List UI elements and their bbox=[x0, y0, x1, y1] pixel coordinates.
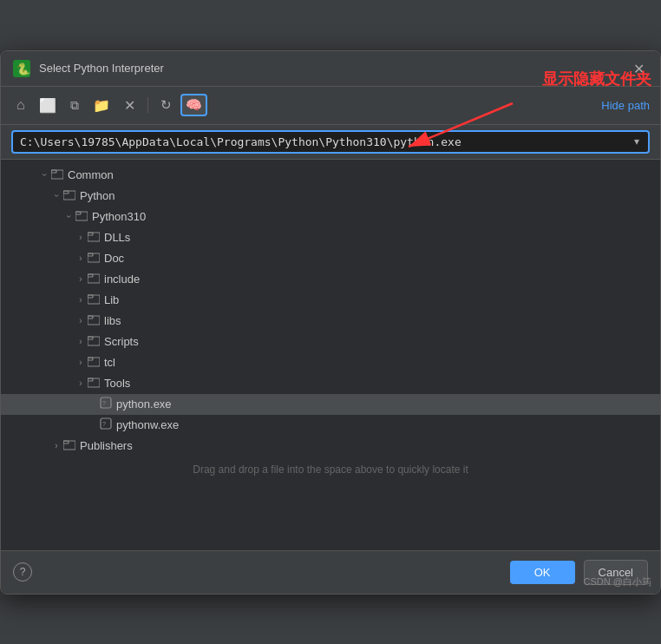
tree-node-include[interactable]: ›include bbox=[1, 269, 660, 290]
svg-text:🐍: 🐍 bbox=[16, 62, 30, 76]
svg-rect-11 bbox=[88, 253, 93, 256]
svg-rect-23 bbox=[88, 378, 93, 381]
tree-node-label: include bbox=[104, 273, 653, 286]
tree-node-label: Scripts bbox=[104, 335, 653, 348]
folder-icon bbox=[75, 209, 88, 224]
svg-rect-4 bbox=[63, 191, 75, 200]
tree-node-label: Doc bbox=[104, 252, 653, 265]
tree-node-tools[interactable]: ›Tools bbox=[1, 373, 660, 394]
tree-node-label: tcl bbox=[104, 356, 653, 369]
tree-chevron: › bbox=[74, 378, 88, 388]
svg-rect-17 bbox=[88, 316, 93, 319]
dialog-title: Select Python Interpreter bbox=[39, 62, 164, 75]
delete-icon: ✕ bbox=[124, 97, 135, 114]
tree-node-label: pythonw.exe bbox=[116, 418, 653, 431]
tree-chevron: › bbox=[74, 295, 88, 305]
tree-node-dlls[interactable]: ›DLLs bbox=[1, 227, 660, 248]
svg-rect-29 bbox=[63, 441, 69, 444]
folder-icon bbox=[51, 168, 63, 182]
folder-icon bbox=[63, 438, 75, 453]
tree-node-lib[interactable]: ›Lib bbox=[1, 290, 660, 311]
svg-rect-16 bbox=[88, 316, 100, 325]
new-folder-button[interactable]: 📁 bbox=[88, 94, 115, 117]
tree-node-python310[interactable]: ›Python310 bbox=[1, 207, 660, 227]
svg-rect-15 bbox=[88, 295, 93, 298]
svg-rect-6 bbox=[75, 212, 88, 220]
tree-node-label: Python bbox=[80, 189, 653, 202]
ok-button[interactable]: OK bbox=[510, 561, 575, 584]
svg-rect-20 bbox=[88, 358, 100, 366]
refresh-icon: ↻ bbox=[160, 97, 172, 113]
csdn-watermark: CSDN @白小筠 bbox=[584, 575, 651, 588]
svg-rect-14 bbox=[88, 295, 100, 304]
tree-node-label: Python310 bbox=[92, 210, 653, 223]
svg-rect-7 bbox=[75, 212, 81, 214]
path-input-wrapper: ▾ bbox=[11, 130, 650, 154]
path-dropdown-button[interactable]: ▾ bbox=[632, 135, 641, 148]
tree-node-tcl[interactable]: ›tcl bbox=[1, 352, 660, 373]
tree-node-common[interactable]: ›Common bbox=[1, 165, 660, 186]
folder-icon bbox=[88, 334, 100, 349]
new-folder-icon: 📁 bbox=[93, 97, 110, 114]
bottom-bar: ? OK Cancel bbox=[1, 550, 660, 594]
svg-text:?: ? bbox=[102, 400, 106, 406]
tree-chevron: › bbox=[74, 337, 88, 346]
tree-node-publishers[interactable]: ›Publishers bbox=[1, 436, 660, 457]
help-button[interactable]: ? bbox=[13, 562, 32, 582]
tree-chevron: › bbox=[64, 210, 74, 224]
svg-rect-19 bbox=[88, 337, 93, 339]
folder-icon bbox=[88, 272, 100, 286]
hide-path-button[interactable]: Hide path bbox=[601, 99, 650, 112]
tree-node-label: Common bbox=[68, 168, 653, 181]
svg-rect-9 bbox=[88, 233, 93, 235]
tree-node-label: Publishers bbox=[80, 439, 653, 452]
tree-node-label: python.exe bbox=[116, 398, 653, 411]
file-icon: ? bbox=[100, 397, 112, 411]
tree-node-python_exe[interactable]: ?python.exe bbox=[1, 394, 660, 415]
svg-rect-2 bbox=[51, 170, 63, 179]
path-bar: ▾ bbox=[1, 125, 660, 160]
svg-rect-12 bbox=[88, 274, 100, 283]
home-button[interactable]: ⌂ bbox=[11, 94, 30, 116]
dialog: 🐍 Select Python Interpreter ✕ ⌂ ⬜ ⧉ 📁 ✕ … bbox=[0, 50, 661, 595]
folder-icon bbox=[63, 188, 75, 203]
tree-chevron: › bbox=[52, 189, 62, 203]
expand-button[interactable]: ⧉ bbox=[65, 95, 84, 116]
delete-button[interactable]: ✕ bbox=[119, 94, 141, 117]
show-hidden-button[interactable]: 🧠 bbox=[180, 94, 207, 116]
file-icon: ? bbox=[100, 417, 112, 432]
tree-node-scripts[interactable]: ›Scripts bbox=[1, 332, 660, 352]
svg-rect-10 bbox=[88, 253, 100, 262]
tree-node-label: Lib bbox=[104, 293, 653, 306]
svg-rect-21 bbox=[88, 358, 93, 360]
folder-icon bbox=[88, 313, 100, 328]
drag-hint: Drag and drop a file into the space abov… bbox=[1, 457, 660, 479]
window-button[interactable]: ⬜ bbox=[34, 94, 62, 117]
tree-node-doc[interactable]: ›Doc bbox=[1, 248, 660, 269]
toolbar-separator bbox=[147, 97, 148, 113]
refresh-button[interactable]: ↻ bbox=[155, 94, 177, 116]
app-icon: 🐍 bbox=[13, 60, 30, 77]
tree-node-libs[interactable]: ›libs bbox=[1, 311, 660, 332]
folder-icon bbox=[88, 355, 100, 370]
svg-rect-28 bbox=[63, 441, 75, 450]
path-input[interactable] bbox=[20, 135, 632, 148]
brain-icon: 🧠 bbox=[186, 97, 202, 113]
tree-chevron: › bbox=[40, 168, 49, 182]
close-button[interactable]: ✕ bbox=[628, 58, 650, 78]
svg-text:?: ? bbox=[102, 421, 106, 427]
tree-node-pythonw_exe[interactable]: ?pythonw.exe bbox=[1, 415, 660, 436]
file-tree: ›Common›Python›Python310›DLLs›Doc›includ… bbox=[1, 160, 660, 550]
tree-node-label: DLLs bbox=[104, 231, 653, 244]
svg-rect-3 bbox=[51, 170, 56, 173]
svg-rect-18 bbox=[88, 337, 100, 345]
tree-node-label: libs bbox=[104, 314, 653, 327]
tree-chevron: › bbox=[74, 233, 88, 242]
tree-node-label: Tools bbox=[104, 377, 653, 390]
toolbar: ⌂ ⬜ ⧉ 📁 ✕ ↻ 🧠 Hide path bbox=[1, 87, 660, 125]
tree-chevron: › bbox=[49, 441, 63, 450]
svg-rect-8 bbox=[88, 233, 100, 241]
tree-node-python[interactable]: ›Python bbox=[1, 186, 660, 207]
svg-rect-22 bbox=[88, 378, 100, 387]
folder-icon bbox=[88, 230, 100, 245]
